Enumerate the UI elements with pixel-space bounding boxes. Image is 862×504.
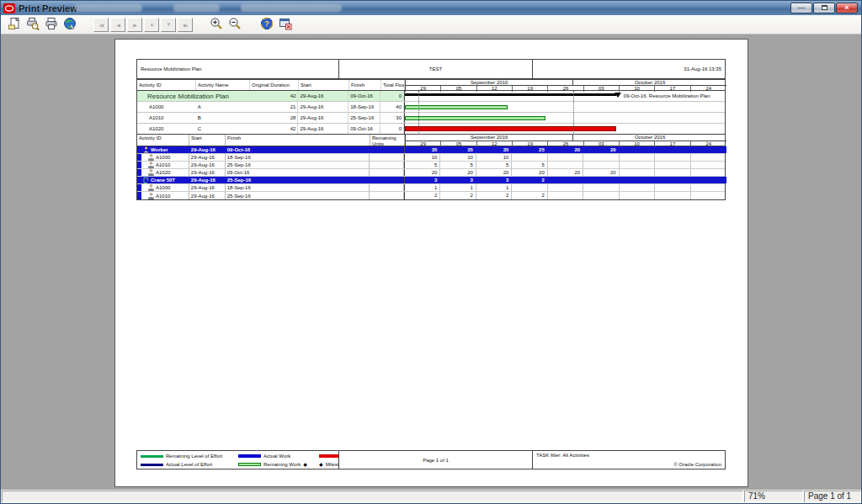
previous-page-button[interactable]: ◀	[110, 18, 125, 32]
page-setup-button[interactable]	[5, 16, 24, 33]
row-label: Worker	[151, 147, 168, 152]
row-remaining-units	[370, 146, 404, 153]
column-header: Start	[189, 135, 226, 146]
weekly-units-value	[548, 154, 583, 161]
weekly-units-value: 20	[512, 169, 547, 176]
report-header: Resource Mobilization Plan TEST 31-Aug-1…	[136, 59, 726, 79]
remaining-bar	[405, 116, 545, 120]
legend-label: Actual Work	[263, 454, 290, 459]
legend-swatch	[238, 454, 261, 458]
activity-section: Activity IDActivity NameOriginal Duratio…	[136, 79, 726, 135]
weekly-units-value	[512, 184, 547, 191]
page-up-button[interactable]: ▲	[144, 18, 159, 32]
statusbar-zoom-level: 71%	[744, 491, 803, 502]
critical-bar	[405, 126, 616, 131]
legend-item: ◆Milestone	[319, 462, 339, 467]
zoom-in-button[interactable]	[207, 16, 226, 33]
timescale-months: September 2016October 2016	[406, 80, 726, 86]
copyright-label: © Oracle Corporation	[673, 462, 721, 467]
finish-date: 25-Sep-16	[349, 113, 380, 123]
weekly-units-value: 5	[476, 162, 512, 168]
window-title: Print Preview	[19, 3, 77, 13]
summary-bar	[405, 93, 616, 96]
weekly-units-value	[655, 162, 690, 168]
activity-name: A	[196, 102, 250, 112]
legend-swatch	[238, 463, 261, 466]
weekly-units-value	[655, 154, 690, 161]
row-remaining-units	[370, 169, 404, 176]
weekly-units-value	[548, 162, 583, 168]
gantt-timescale: September 2016October 201629051219260310…	[405, 80, 726, 92]
activity-rows: Resource Mobilization Plan4229-Aug-1609-…	[136, 91, 726, 135]
weekly-units-value: 10	[405, 154, 440, 161]
weekly-units-value	[655, 177, 690, 183]
activity-row: Resource Mobilization Plan4229-Aug-1609-…	[137, 91, 725, 102]
close-preview-button[interactable]	[276, 16, 295, 33]
original-duration: 28	[250, 113, 299, 123]
publish-button[interactable]	[61, 16, 79, 33]
total-float: 0	[380, 91, 404, 101]
resource-row-data: A101029-Aug-1625-Sep-16	[137, 192, 405, 199]
weekly-units-value	[691, 177, 726, 183]
weekly-units-row: 5555	[405, 162, 726, 168]
weekly-units-value	[620, 177, 655, 183]
resource-group-row: Crane 50T29-Aug-1625-Sep-163332	[137, 177, 725, 184]
preview-page[interactable]: Resource Mobilization Plan TEST 31-Aug-1…	[114, 39, 748, 487]
first-page-button[interactable]: |◀	[93, 18, 109, 32]
weekly-units-value: 20	[548, 169, 583, 176]
weekly-units-value	[548, 184, 583, 191]
close-button[interactable]: ×	[836, 3, 858, 13]
resource-section: Activity IDStartFinishRemaining UnitsSep…	[136, 134, 726, 200]
legend-item: Remaining Work◆	[238, 462, 319, 467]
start-date: 29-Aug-16	[298, 91, 349, 101]
restore-icon	[822, 5, 827, 10]
page-down-button[interactable]: ▼	[161, 18, 176, 32]
weekly-units-value: 20	[476, 169, 512, 176]
milestone-icon: ◆	[303, 462, 307, 467]
legend-label: Actual Level of Effort	[166, 462, 212, 467]
weekly-units-row: 3332	[405, 177, 726, 183]
resource-row-data: A102029-Aug-1609-Oct-16	[137, 169, 405, 176]
gantt-timescale: September 2016October 201629051219260310…	[405, 135, 726, 147]
zoom-out-button[interactable]	[226, 16, 244, 33]
milestone-icon	[615, 93, 621, 98]
remaining-bar	[405, 105, 508, 109]
toolbar-separator	[79, 24, 93, 25]
weekly-units-value: 20	[583, 146, 619, 153]
resource-name: Crane 50T	[141, 177, 189, 183]
weekly-units-value: 35	[405, 146, 440, 153]
weekly-units-value: 2	[405, 192, 440, 199]
row-start-date: 29-Aug-16	[189, 177, 226, 183]
finish-date: 18-Sep-16	[349, 102, 380, 112]
report-datetime: 31-Aug-16 13:35	[533, 60, 725, 78]
weekly-units-value	[620, 192, 655, 199]
resource-rows: Worker29-Aug-1609-Oct-16353535252020A100…	[136, 146, 726, 200]
activity-row-data: Resource Mobilization Plan4229-Aug-1609-…	[137, 91, 405, 101]
restore-button[interactable]	[813, 3, 835, 13]
start-date: 29-Aug-16	[298, 124, 349, 134]
assignment-icon	[148, 162, 154, 168]
report-center-text: TEST	[339, 60, 533, 78]
row-start-date: 29-Aug-16	[189, 169, 226, 176]
last-page-button[interactable]: ▶|	[178, 18, 193, 32]
help-button[interactable]: ?	[258, 16, 276, 33]
activity-row: A1010B2829-Aug-1625-Sep-1630	[137, 113, 725, 124]
print-button[interactable]	[42, 16, 61, 33]
row-start-date: 29-Aug-16	[189, 146, 226, 153]
next-page-button[interactable]: ▶	[127, 18, 142, 32]
original-duration: 42	[250, 124, 299, 134]
titlebar[interactable]: Print Preview — ×	[1, 1, 861, 15]
weekly-units-value: 35	[476, 146, 512, 153]
weekly-units-value: 20	[440, 169, 476, 176]
weekly-units-value: 5	[512, 162, 547, 168]
row-start-date: 29-Aug-16	[189, 184, 226, 191]
toolbar-separator	[194, 24, 207, 25]
weekly-units-value	[512, 154, 547, 161]
row-start-date: 29-Aug-16	[189, 162, 226, 168]
column-header: Finish	[349, 80, 381, 90]
print-preview-options-button[interactable]	[24, 16, 42, 33]
assignment-icon	[148, 154, 154, 161]
row-remaining-units	[370, 177, 404, 183]
minimize-button[interactable]: —	[790, 3, 812, 13]
weekly-units-value	[583, 184, 619, 191]
